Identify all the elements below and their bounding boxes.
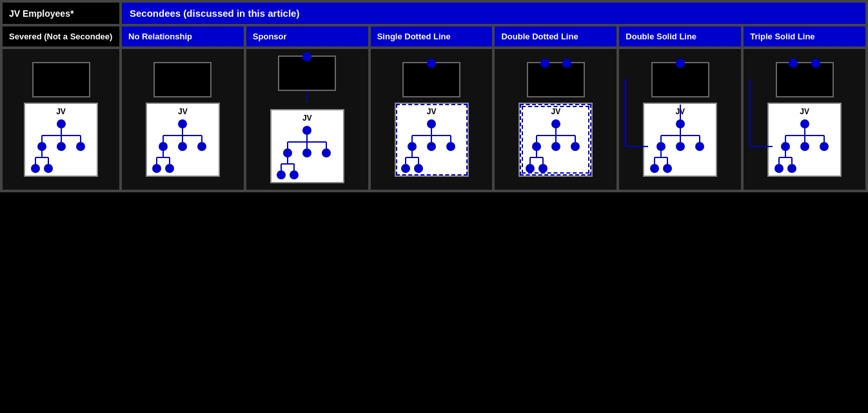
svg-point-67 <box>532 142 541 151</box>
main-header: Secondees (discussed in this article) <box>121 1 867 25</box>
cell-sponsor: JV <box>245 48 370 191</box>
svg-point-8 <box>76 142 85 151</box>
col-header-single-dotted: Single Dotted Line <box>370 25 494 48</box>
cell-double-dotted: JV <box>493 48 618 191</box>
svg-point-82 <box>656 142 666 151</box>
col-header-sponsor: Sponsor <box>245 25 370 48</box>
double-dotted-jv-diagram: JV <box>518 103 593 177</box>
single-dotted-jv-diagram: JV <box>395 103 469 177</box>
triple-solid-jv-diagram: JV <box>767 103 842 177</box>
svg-point-59 <box>401 164 410 173</box>
cell-double-solid: JV <box>618 48 742 191</box>
cell-severed-base: JV <box>1 48 121 191</box>
svg-point-74 <box>526 164 535 173</box>
severed-top-box <box>32 62 90 97</box>
double-solid-jv-diagram: JV <box>643 103 717 177</box>
svg-point-54 <box>446 142 455 151</box>
svg-point-52 <box>408 142 417 151</box>
double-solid-org-svg <box>645 117 716 179</box>
svg-point-39 <box>322 148 331 157</box>
svg-point-75 <box>538 164 547 173</box>
col-header-no-relationship: No Relationship <box>121 25 245 48</box>
svg-point-31 <box>302 126 311 135</box>
svg-point-84 <box>695 142 704 151</box>
svg-point-0 <box>57 119 66 128</box>
svg-point-21 <box>159 142 168 151</box>
svg-point-46 <box>427 119 436 128</box>
svg-point-14 <box>44 164 53 173</box>
svg-point-53 <box>427 142 436 151</box>
svg-point-108 <box>787 164 796 173</box>
svg-point-102 <box>820 142 829 151</box>
svg-point-28 <box>152 164 161 173</box>
svg-point-69 <box>571 142 580 151</box>
svg-point-61 <box>551 119 560 128</box>
svg-point-22 <box>178 142 187 151</box>
svg-point-7 <box>57 142 66 151</box>
sponsor-org-svg <box>271 124 342 185</box>
col-header-double-solid: Double Solid Line <box>618 25 742 48</box>
svg-point-60 <box>414 164 423 173</box>
svg-point-100 <box>781 142 790 151</box>
row-label-text: Severed (Not a Secondee) <box>9 32 112 41</box>
svg-point-94 <box>800 119 809 128</box>
svg-point-107 <box>774 164 784 173</box>
svg-point-44 <box>277 170 286 179</box>
col-header-triple-solid: Triple Solid Line <box>742 25 867 48</box>
main-table: JV Employees* Secondees (discussed in th… <box>0 0 868 192</box>
corner-header: JV Employees* <box>1 1 121 25</box>
corner-header-label: JV Employees* <box>9 8 74 19</box>
cell-no-relationship: JV <box>121 48 245 191</box>
sponsor-jv-diagram: JV <box>270 109 344 183</box>
svg-point-23 <box>197 142 206 151</box>
severed-jv-diagram: JV <box>24 103 98 177</box>
svg-point-83 <box>676 142 685 151</box>
svg-point-101 <box>800 142 809 151</box>
no-rel-jv-diagram: JV <box>146 103 220 177</box>
cell-single-dotted: JV <box>370 48 494 191</box>
svg-point-68 <box>551 142 560 151</box>
no-rel-org-svg <box>147 117 218 179</box>
svg-point-6 <box>37 142 46 151</box>
svg-point-29 <box>165 164 174 173</box>
svg-point-90 <box>663 164 672 173</box>
single-dotted-org-svg <box>396 117 467 179</box>
severed-org-svg <box>26 117 97 179</box>
svg-point-13 <box>31 164 40 173</box>
svg-point-15 <box>178 119 187 128</box>
cell-triple-solid: JV <box>742 48 867 191</box>
row-label: Severed (Not a Secondee) <box>1 25 121 48</box>
svg-point-89 <box>650 164 659 173</box>
svg-point-37 <box>283 148 292 157</box>
svg-point-38 <box>302 148 311 157</box>
triple-solid-org-svg <box>769 117 840 179</box>
main-header-label: Secondees (discussed in this article) <box>130 8 299 19</box>
svg-point-76 <box>676 119 685 128</box>
no-rel-top-box <box>153 62 212 97</box>
col-header-double-dotted: Double Dotted Line <box>493 25 618 48</box>
double-dotted-org-svg <box>520 117 591 179</box>
svg-point-45 <box>290 170 299 179</box>
sponsor-dashed-connector <box>301 91 313 104</box>
